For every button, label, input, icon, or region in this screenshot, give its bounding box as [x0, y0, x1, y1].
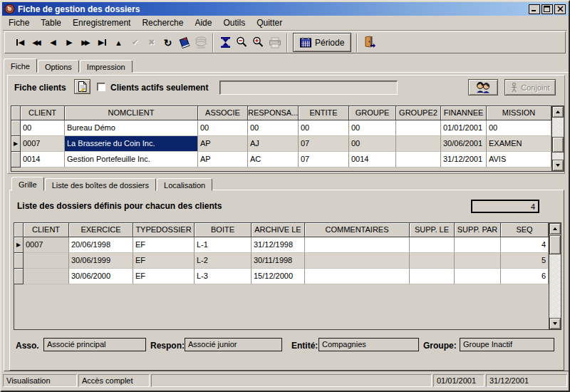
row-selector[interactable] — [11, 152, 21, 167]
col-seq[interactable]: SEQ — [501, 223, 549, 237]
scroll-up-button[interactable] — [552, 106, 564, 118]
active-clients-checkbox[interactable] — [97, 83, 105, 91]
cell-supp-par[interactable] — [455, 253, 501, 269]
col-finannee[interactable]: FINANNEE — [441, 106, 487, 120]
tab-options[interactable]: Options — [38, 60, 79, 73]
close-button[interactable] — [554, 4, 566, 14]
cell-archive-le[interactable]: 31/12/1998 — [252, 237, 305, 253]
cell-responsable[interactable]: AJ — [248, 136, 299, 152]
tab-grille[interactable]: Grille — [11, 177, 44, 191]
cell-groupe[interactable]: 00 — [349, 120, 396, 136]
next-record-button[interactable]: ▶ — [61, 34, 78, 51]
cell-mission[interactable]: 00 — [487, 120, 551, 136]
cell-nomclient[interactable]: Gestion Portefeuille Inc. — [65, 152, 198, 167]
cell-groupe2[interactable] — [396, 120, 441, 136]
dossiers-grid-scrollbar[interactable] — [549, 223, 561, 329]
print-button-disabled[interactable] — [266, 34, 283, 51]
cell-entite[interactable]: 07 — [299, 136, 349, 152]
col-archive-le[interactable]: ARCHIVE LE — [252, 223, 305, 237]
cell-associe[interactable]: AP — [198, 136, 248, 152]
menu-recherche[interactable]: Recherche — [136, 16, 189, 29]
cell-commentaires[interactable] — [305, 253, 410, 269]
cell-archive-le[interactable]: 30/11/1998 — [252, 253, 305, 269]
last-record-button[interactable]: ▶ — [94, 34, 110, 51]
zoom-out-icon[interactable] — [234, 34, 250, 51]
client-filter-input[interactable] — [219, 81, 398, 95]
col-client[interactable]: CLIENT — [21, 106, 65, 120]
dossier-row[interactable]: 30/06/2000 EF L-3 15/12/2000 6 — [14, 269, 561, 284]
clients-list-button[interactable] — [468, 79, 498, 96]
cell-nomclient-selected[interactable]: La Brasserie du Coin Inc. — [65, 136, 198, 152]
scroll-down-button[interactable] — [552, 160, 564, 171]
col-groupe2[interactable]: GROUPE2 — [396, 106, 441, 120]
tab-liste-boites[interactable]: Liste des boîtes de dossiers — [45, 178, 156, 191]
groupe-field[interactable]: Groupe Inactif — [460, 338, 554, 351]
cell-typedossier[interactable]: EF — [133, 253, 195, 269]
cell-finannee[interactable]: 01/01/2001 — [441, 120, 487, 136]
menu-quitter[interactable]: Quitter — [251, 16, 288, 29]
cell-client[interactable]: 0007 — [24, 237, 69, 253]
cell-client[interactable] — [24, 253, 69, 269]
cell-associe[interactable]: 00 — [198, 120, 248, 136]
row-selector[interactable] — [11, 120, 21, 136]
cell-groupe2[interactable] — [396, 136, 441, 152]
cell-seq[interactable]: 5 — [501, 253, 549, 269]
zoom-in-icon[interactable] — [250, 34, 266, 51]
col-supp-le[interactable]: SUPP. LE — [410, 223, 455, 237]
cell-responsable[interactable]: 00 — [248, 120, 299, 136]
maximize-button[interactable] — [542, 4, 553, 14]
cell-supp-par[interactable] — [455, 237, 501, 253]
row-selector-arrow[interactable]: ▶ — [11, 136, 21, 152]
scroll-down-button[interactable] — [549, 318, 561, 329]
titlebar[interactable]: Fiche de gestion des dossiers — [2, 2, 568, 16]
cell-associe[interactable]: AP — [198, 152, 248, 167]
cell-seq[interactable]: 4 — [501, 237, 549, 253]
entite-field[interactable]: Compagnies — [318, 338, 419, 351]
cell-client[interactable]: 0014 — [21, 152, 65, 167]
cell-responsable[interactable]: AC — [248, 152, 299, 167]
menu-outils[interactable]: Outils — [217, 16, 251, 29]
periode-button[interactable]: Période — [293, 33, 351, 52]
cell-supp-le[interactable] — [410, 237, 455, 253]
book-icon[interactable] — [176, 34, 192, 51]
menu-table[interactable]: Table — [35, 16, 67, 29]
cell-typedossier[interactable]: EF — [133, 269, 195, 284]
cell-supp-le[interactable] — [410, 253, 455, 269]
prev-record-button[interactable]: ◀ — [45, 34, 61, 51]
cell-commentaires[interactable] — [305, 237, 410, 253]
first-record-button[interactable]: ◀ — [12, 34, 28, 51]
cell-exercice[interactable]: 20/06/1998 — [69, 237, 133, 253]
conjoint-button[interactable]: Conjoint — [504, 79, 556, 96]
client-row-selected[interactable]: ▶ 0007 La Brasserie du Coin Inc. AP AJ 0… — [11, 136, 564, 152]
accept-button[interactable]: ✔ — [127, 34, 143, 51]
goto-button-disabled[interactable]: Goto — [192, 34, 209, 51]
col-exercice[interactable]: EXERCICE — [69, 223, 133, 237]
cell-supp-par[interactable] — [455, 269, 501, 284]
tab-impression[interactable]: Impression — [80, 60, 133, 73]
menu-enregistrement[interactable]: Enregistrement — [67, 16, 136, 29]
cell-boite[interactable]: L-2 — [195, 253, 252, 269]
next-page-button[interactable]: ▶▶ — [78, 34, 94, 51]
refresh-button[interactable]: ↻ — [160, 34, 176, 51]
cell-client[interactable]: 0007 — [21, 136, 65, 152]
cell-seq[interactable]: 6 — [501, 269, 549, 284]
cell-groupe[interactable]: 0014 — [349, 152, 396, 167]
asso-field[interactable]: Associé principal — [43, 338, 146, 351]
cell-finannee[interactable]: 30/06/2001 — [441, 136, 487, 152]
client-sheet-button[interactable] — [74, 79, 90, 94]
hourglass-icon[interactable] — [217, 34, 234, 51]
respon-field[interactable]: Associé junior — [185, 338, 282, 351]
scroll-thumb[interactable] — [549, 235, 561, 254]
col-groupe[interactable]: GROUPE — [349, 106, 396, 120]
cell-typedossier[interactable]: EF — [133, 237, 195, 253]
cell-finannee[interactable]: 31/12/2001 — [441, 152, 487, 167]
col-typedossier[interactable]: TYPEDOSSIER — [133, 223, 195, 237]
col-boite[interactable]: BOITE — [195, 223, 252, 237]
exit-door-icon[interactable] — [361, 34, 378, 51]
client-row[interactable]: 0014 Gestion Portefeuille Inc. AP AC 07 … — [11, 152, 564, 167]
col-responsable[interactable]: RESPONSA... — [248, 106, 299, 120]
menu-aide[interactable]: Aide — [189, 16, 217, 29]
cell-exercice[interactable]: 30/06/2000 — [69, 269, 133, 284]
col-commentaires[interactable]: COMMENTAIRES — [305, 223, 410, 237]
col-entite[interactable]: ENTITE — [299, 106, 349, 120]
